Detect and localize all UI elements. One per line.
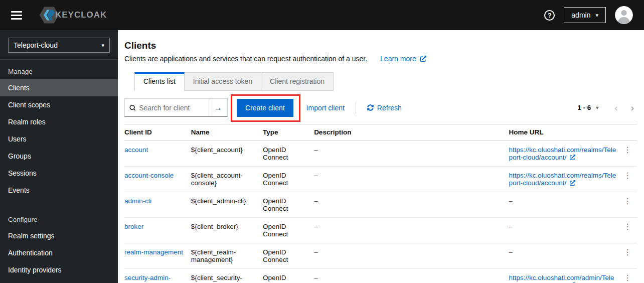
pagination-range-label: 1 - 6 (577, 104, 591, 111)
pagination-top: 1 - 6 ▾ ‹ › (577, 103, 637, 112)
client-description: – (314, 172, 318, 179)
client-description: – (314, 274, 318, 281)
sidebar-item-sessions[interactable]: Sessions (0, 165, 118, 182)
client-id-link[interactable]: realm-management (124, 248, 183, 256)
create-client-button[interactable]: Create client (237, 99, 293, 117)
search-input[interactable] (139, 104, 204, 112)
refresh-button[interactable]: Refresh (367, 104, 402, 112)
import-client-link[interactable]: Import client (306, 104, 345, 112)
external-link-icon (570, 180, 575, 186)
client-name: ${client_broker} (191, 223, 238, 230)
sidebar-item-label: Client scopes (8, 101, 50, 109)
nav-section-manage: Manage Clients Client scopes Realm roles… (0, 60, 118, 199)
sidebar-item-clients[interactable]: Clients (0, 79, 118, 96)
table-row: realm-management ${client_realm-manageme… (124, 243, 637, 269)
tab-label: Initial access token (193, 77, 252, 85)
tab-client-registration[interactable]: Client registration (261, 72, 334, 91)
tab-label: Client registration (270, 77, 325, 85)
chevron-down-icon: ▾ (595, 12, 598, 19)
row-actions-kebab-icon[interactable]: ⋮ (621, 172, 633, 180)
client-name: ${client_account} (191, 146, 243, 154)
sidebar-item-label: Identity providers (8, 266, 62, 274)
client-id-link[interactable]: account-console (124, 172, 174, 179)
page-title: Clients (124, 40, 637, 51)
row-actions-kebab-icon[interactable]: ⋮ (621, 274, 633, 282)
sidebar-item-label: Realm settings (8, 232, 55, 240)
sidebar-item-realm-roles[interactable]: Realm roles (0, 113, 118, 130)
nav-section-title: Configure (0, 208, 118, 227)
user-menu-dropdown[interactable]: admin ▾ (564, 7, 606, 23)
row-actions-kebab-icon[interactable]: ⋮ (621, 146, 633, 154)
table-row: account-console ${client_account-console… (124, 167, 637, 192)
sidebar-item-identity-providers[interactable]: Identity providers (0, 261, 118, 278)
sidebar-item-client-scopes[interactable]: Client scopes (0, 96, 118, 113)
external-link-icon (420, 56, 426, 62)
realm-selector[interactable]: Teleport-cloud ▾ (8, 38, 110, 53)
masthead: KEYCLOAK ? admin ▾ (0, 0, 644, 30)
tab-initial-access-token[interactable]: Initial access token (185, 72, 261, 91)
pagination-next-button[interactable]: › (628, 103, 637, 112)
client-description: – (314, 223, 318, 230)
user-avatar-icon (615, 6, 633, 24)
search-icon (129, 104, 135, 111)
sidebar-item-events[interactable]: Events (0, 182, 118, 199)
learn-more-label: Learn more (380, 55, 416, 63)
arrow-right-icon: → (214, 103, 222, 112)
chevron-down-icon: ▾ (101, 42, 104, 49)
avatar[interactable] (615, 6, 633, 24)
home-url-link[interactable]: https://kc.oluoshati.com/admin/Teleport-… (509, 274, 614, 283)
client-type: OpenID Connect (263, 172, 288, 187)
row-actions-kebab-icon[interactable]: ⋮ (621, 223, 633, 231)
home-url-link[interactable]: https://kc.oluoshati.com/realms/Teleport… (509, 172, 616, 187)
home-url-empty: – (509, 223, 513, 230)
client-type: OpenID Connect (263, 274, 288, 283)
sidebar-item-label: Sessions (8, 169, 37, 177)
sidebar-item-label: Realm roles (8, 118, 46, 126)
tab-label: Clients list (143, 77, 176, 85)
sidebar-item-users[interactable]: Users (0, 130, 118, 148)
refresh-label: Refresh (377, 104, 402, 112)
tab-clients-list[interactable]: Clients list (134, 72, 185, 91)
col-header-client-id: Client ID (124, 124, 191, 141)
col-header-description: Description (314, 124, 509, 141)
help-icon[interactable]: ? (544, 10, 555, 21)
sidebar-item-authentication[interactable]: Authentication (0, 244, 118, 261)
chevron-right-icon: › (631, 102, 634, 113)
row-actions-kebab-icon[interactable]: ⋮ (621, 248, 633, 256)
refresh-icon (367, 104, 374, 111)
nav-toggle-hamburger-icon[interactable] (11, 11, 22, 20)
client-name: ${client_account-console} (191, 172, 243, 187)
keycloak-admin-console: KEYCLOAK ? admin ▾ Teleport-cloud (0, 0, 644, 283)
client-id-link[interactable]: broker (124, 223, 143, 230)
username: admin (571, 11, 590, 19)
sidebar-item-groups[interactable]: Groups (0, 148, 118, 165)
client-type: OpenID Connect (263, 223, 288, 238)
sidebar-item-label: Events (8, 186, 30, 194)
learn-more-link[interactable]: Learn more (380, 55, 426, 63)
client-type: OpenID Connect (263, 146, 288, 161)
external-link-icon (570, 155, 575, 160)
chevron-down-icon: ▾ (596, 105, 598, 110)
table-header-row: Client ID Name Type Description Home URL (124, 124, 637, 141)
keycloak-logo: KEYCLOAK (39, 6, 107, 24)
pagination-range-dropdown[interactable]: 1 - 6 ▾ (577, 104, 598, 111)
client-id-link[interactable]: admin-cli (124, 197, 151, 205)
nav-section-configure: Configure Realm settings Authentication … (0, 208, 118, 278)
home-url-link[interactable]: https://kc.oluoshati.com/realms/Teleport… (509, 146, 616, 161)
client-description: – (314, 197, 318, 205)
col-header-type: Type (263, 124, 314, 141)
col-header-home-url: Home URL (509, 124, 621, 141)
row-actions-kebab-icon[interactable]: ⋮ (621, 197, 633, 205)
col-header-actions (621, 124, 637, 141)
client-id-link[interactable]: security-admin-console (124, 274, 171, 283)
client-description: – (314, 146, 318, 154)
search-submit-button[interactable]: → (209, 99, 227, 116)
table-row: security-admin-console ${client_security… (124, 269, 637, 283)
client-type: OpenID Connect (263, 248, 288, 263)
pagination-prev-button[interactable]: ‹ (611, 103, 620, 112)
client-id-link[interactable]: account (124, 146, 148, 154)
nav-section-title: Manage (0, 60, 118, 79)
client-name: ${client_admin-cli} (191, 197, 246, 205)
sidebar-item-realm-settings[interactable]: Realm settings (0, 227, 118, 244)
brand-text: KEYCLOAK (55, 10, 107, 20)
